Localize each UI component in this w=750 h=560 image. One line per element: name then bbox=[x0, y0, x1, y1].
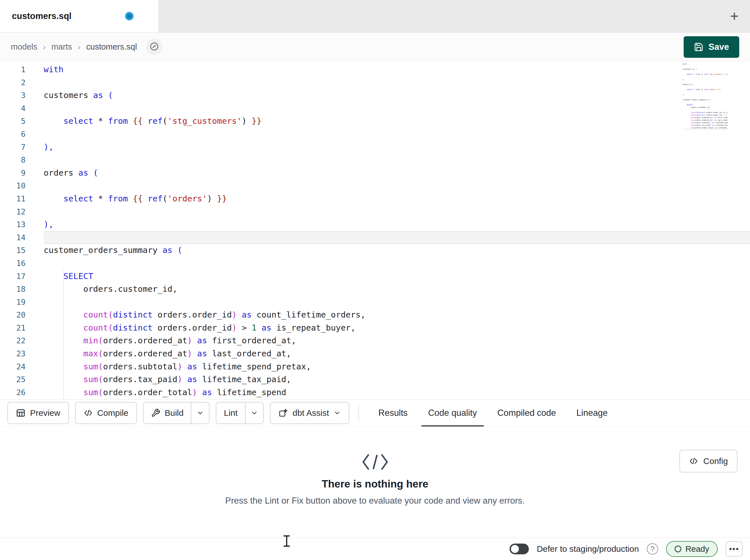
save-button[interactable]: Save bbox=[684, 36, 739, 58]
code-line-25[interactable]: 25 sum(orders.tax_paid) as lifetime_tax_… bbox=[0, 373, 750, 386]
dbt-assist-icon bbox=[278, 408, 288, 418]
line-content[interactable]: ), bbox=[44, 141, 750, 154]
line-number: 26 bbox=[0, 386, 44, 399]
line-number: 21 bbox=[0, 322, 44, 334]
code-line-6[interactable]: 6 bbox=[0, 128, 750, 141]
code-line-7[interactable]: 7), bbox=[0, 141, 750, 154]
build-button[interactable]: Build bbox=[144, 402, 191, 423]
config-button[interactable]: Config bbox=[679, 450, 737, 473]
line-number: 4 bbox=[0, 102, 44, 115]
code-line-12[interactable]: 12 bbox=[0, 205, 750, 219]
line-content[interactable]: with bbox=[44, 63, 750, 76]
line-number: 1 bbox=[0, 63, 44, 76]
preview-button[interactable]: Preview bbox=[7, 402, 69, 424]
action-toolbar: Preview Compile Build bbox=[0, 399, 750, 427]
line-content[interactable] bbox=[44, 128, 750, 141]
line-content[interactable] bbox=[44, 102, 750, 115]
code-line-16[interactable]: 16 bbox=[0, 257, 750, 270]
code-line-3[interactable]: 3customers as ( bbox=[0, 89, 750, 102]
breadcrumb-marts[interactable]: marts bbox=[52, 42, 72, 51]
save-icon bbox=[694, 42, 704, 52]
config-label: Config bbox=[703, 456, 728, 466]
ready-status-badge[interactable]: Ready bbox=[666, 541, 718, 557]
code-line-14[interactable]: 14 bbox=[0, 231, 750, 244]
line-content[interactable]: min(orders.ordered_at) as first_ordered_… bbox=[44, 334, 750, 347]
new-tab-button[interactable]: + bbox=[719, 0, 750, 32]
line-content[interactable] bbox=[44, 257, 750, 270]
line-content[interactable]: sum(orders.order_total) as lifetime_spen… bbox=[44, 386, 750, 399]
chevron-down-icon bbox=[251, 409, 258, 417]
code-line-4[interactable]: 4 bbox=[0, 102, 750, 115]
line-content[interactable]: count(distinct orders.order_id) as count… bbox=[44, 309, 750, 322]
code-line-22[interactable]: 22 min(orders.ordered_at) as first_order… bbox=[0, 334, 750, 347]
lint-button[interactable]: Lint bbox=[216, 402, 245, 423]
toolbar-divider bbox=[358, 405, 359, 421]
code-line-5[interactable]: 5 select * from {{ ref('stg_customers') … bbox=[0, 115, 750, 128]
tab-lineage[interactable]: Lineage bbox=[566, 399, 618, 427]
line-content[interactable]: orders as ( bbox=[44, 167, 750, 180]
line-number: 10 bbox=[0, 179, 44, 192]
help-icon[interactable]: ? bbox=[647, 543, 658, 555]
line-number: 6 bbox=[0, 128, 44, 141]
line-content[interactable]: select * from {{ ref('orders') }} bbox=[44, 192, 750, 205]
line-content[interactable] bbox=[44, 179, 750, 192]
line-content[interactable] bbox=[44, 153, 750, 167]
tab-results[interactable]: Results bbox=[368, 399, 418, 427]
line-number: 12 bbox=[0, 205, 44, 219]
defer-toggle[interactable] bbox=[510, 544, 529, 554]
file-status-button[interactable] bbox=[146, 39, 162, 55]
breadcrumb-current-file: customers.sql bbox=[86, 42, 137, 51]
line-content[interactable]: sum(orders.subtotal) as lifetime_spend_p… bbox=[44, 360, 750, 373]
dbt-assist-button[interactable]: dbt Assist bbox=[270, 402, 349, 424]
code-line-11[interactable]: 11 select * from {{ ref('orders') }} bbox=[0, 192, 750, 205]
tab-compiled-code[interactable]: Compiled code bbox=[487, 399, 566, 427]
line-number: 15 bbox=[0, 244, 44, 257]
code-editor[interactable]: 1with23customers as (45 select * from {{… bbox=[0, 61, 750, 399]
minimap[interactable]: withcustomers as ( select * from {{ ref(… bbox=[683, 63, 728, 129]
line-number: 11 bbox=[0, 192, 44, 205]
code-line-20[interactable]: 20 count(distinct orders.order_id) as co… bbox=[0, 309, 750, 322]
code-line-8[interactable]: 8 bbox=[0, 153, 750, 167]
line-content[interactable]: sum(orders.tax_paid) as lifetime_tax_pai… bbox=[44, 373, 750, 386]
line-content[interactable] bbox=[44, 296, 750, 309]
defer-label: Defer to staging/production bbox=[537, 544, 639, 554]
line-content[interactable]: customers as ( bbox=[44, 89, 750, 102]
code-line-23[interactable]: 23 max(orders.ordered_at) as last_ordere… bbox=[0, 347, 750, 360]
code-line-24[interactable]: 24 sum(orders.subtotal) as lifetime_spen… bbox=[0, 360, 750, 373]
line-content[interactable]: orders.customer_id, bbox=[44, 283, 750, 296]
breadcrumb-models[interactable]: models bbox=[11, 42, 37, 51]
code-line-26[interactable]: 26 sum(orders.order_total) as lifetime_s… bbox=[0, 386, 750, 399]
line-content[interactable]: SELECT bbox=[44, 270, 750, 283]
line-content[interactable] bbox=[44, 205, 750, 219]
code-line-10[interactable]: 10 bbox=[0, 179, 750, 192]
code-icon bbox=[84, 409, 93, 417]
code-line-21[interactable]: 21 count(distinct orders.order_id) > 1 a… bbox=[0, 322, 750, 334]
code-line-15[interactable]: 15customer_orders_summary as ( bbox=[0, 244, 750, 257]
code-line-17[interactable]: 17 SELECT bbox=[0, 270, 750, 283]
more-options-button[interactable]: ••• bbox=[726, 541, 743, 557]
line-number: 8 bbox=[0, 153, 44, 167]
line-content[interactable] bbox=[44, 231, 750, 244]
code-line-18[interactable]: 18 orders.customer_id, bbox=[0, 283, 750, 296]
code-line-19[interactable]: 19 bbox=[0, 296, 750, 309]
file-status-icon bbox=[150, 42, 159, 52]
code-line-2[interactable]: 2 bbox=[0, 76, 750, 89]
line-number: 22 bbox=[0, 334, 44, 347]
line-content[interactable]: count(distinct orders.order_id) > 1 as i… bbox=[44, 322, 750, 334]
line-content[interactable]: ), bbox=[44, 218, 750, 231]
build-split-button: Build bbox=[143, 402, 210, 424]
line-content[interactable]: customer_orders_summary as ( bbox=[44, 244, 750, 257]
tab-customers-sql[interactable]: customers.sql bbox=[0, 0, 159, 32]
code-line-1[interactable]: 1with bbox=[0, 63, 750, 76]
code-line-13[interactable]: 13), bbox=[0, 218, 750, 231]
build-dropdown-button[interactable] bbox=[191, 402, 209, 423]
tab-code-quality[interactable]: Code quality bbox=[418, 399, 487, 427]
line-content[interactable]: max(orders.ordered_at) as last_ordered_a… bbox=[44, 347, 750, 360]
compile-button[interactable]: Compile bbox=[75, 402, 137, 424]
code-line-9[interactable]: 9orders as ( bbox=[0, 167, 750, 180]
line-content[interactable] bbox=[44, 76, 750, 89]
lint-dropdown-button[interactable] bbox=[245, 402, 263, 423]
line-content[interactable]: select * from {{ ref('stg_customers') }} bbox=[44, 115, 750, 128]
line-number: 9 bbox=[0, 167, 44, 180]
breadcrumb-separator: › bbox=[43, 42, 46, 52]
